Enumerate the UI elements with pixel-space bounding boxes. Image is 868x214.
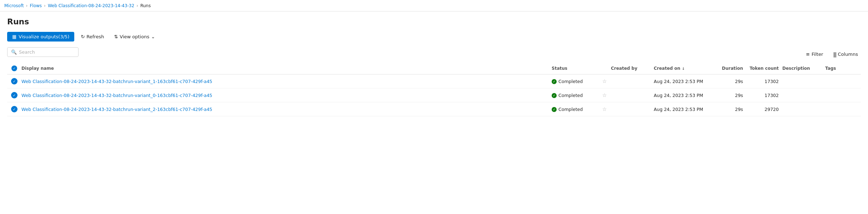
- row-1-created-on: Aug 24, 2023 2:53 PM: [654, 93, 714, 98]
- header-created-on[interactable]: Created on ↓: [654, 66, 714, 71]
- row-2-checkbox[interactable]: [11, 106, 17, 112]
- refresh-button[interactable]: ↻ Refresh: [77, 32, 107, 42]
- page-title: Runs: [7, 17, 861, 26]
- row-0-status-label: Completed: [558, 79, 583, 84]
- refresh-icon: ↻: [81, 34, 85, 39]
- toolbar: ▦ Visualize outputs(3/5) ↻ Refresh ⇅ Vie…: [7, 32, 861, 42]
- refresh-label: Refresh: [86, 34, 104, 39]
- row-0-created-on: Aug 24, 2023 2:53 PM: [654, 79, 714, 84]
- header-tags: Tags: [825, 66, 861, 71]
- columns-button[interactable]: ||| Columns: [830, 50, 861, 59]
- row-1-duration: 29s: [714, 93, 747, 98]
- visualize-outputs-label: Visualize outputs(3/5): [19, 34, 69, 39]
- row-1-star-icon[interactable]: ☆: [602, 92, 607, 98]
- row-2-token-value: 29720: [764, 107, 779, 112]
- row-2-created-on-value: Aug 24, 2023 2:53 PM: [654, 107, 703, 112]
- breadcrumb-sep-2: ›: [44, 3, 46, 8]
- row-1-checkbox[interactable]: [11, 92, 17, 98]
- row-2-status: Completed: [552, 106, 598, 112]
- row-2-token-count: 29720: [747, 107, 782, 112]
- row-2-star-icon[interactable]: ☆: [602, 106, 607, 112]
- row-1-fav[interactable]: ☆: [598, 92, 611, 98]
- header-description: Description: [782, 66, 825, 71]
- row-1-check[interactable]: [7, 92, 21, 98]
- row-1-token-count: 17302: [747, 93, 782, 98]
- row-0-name: Web Classification-08-24-2023-14-43-32-b…: [21, 79, 552, 84]
- filter-label: Filter: [812, 52, 823, 57]
- row-0-created-on-value: Aug 24, 2023 2:53 PM: [654, 79, 703, 84]
- row-0-checkbox[interactable]: [11, 78, 17, 84]
- row-1-status-label: Completed: [558, 93, 583, 98]
- runs-table: Display name Status Created by Created o…: [7, 63, 861, 116]
- search-icon: 🔍: [11, 49, 17, 55]
- view-options-button[interactable]: ⇅ View options ⌄: [110, 32, 159, 42]
- header-created-by: Created by: [611, 66, 654, 71]
- filter-button[interactable]: ≡ Filter: [803, 50, 826, 59]
- row-0-fav[interactable]: ☆: [598, 78, 611, 84]
- row-0-duration: 29s: [714, 79, 747, 84]
- row-2-duration: 29s: [714, 107, 747, 112]
- filter-icon: ≡: [806, 52, 810, 57]
- header-checkbox[interactable]: [11, 65, 17, 71]
- table-row: Web Classification-08-24-2023-14-43-32-b…: [7, 74, 861, 88]
- sort-desc-icon: ↓: [682, 67, 684, 70]
- row-1-status-icon: [552, 93, 557, 98]
- row-2-duration-value: 29s: [735, 107, 743, 112]
- row-1-name-link[interactable]: Web Classification-08-24-2023-14-43-32-b…: [21, 93, 547, 98]
- view-options-label: View options: [120, 34, 149, 39]
- breadcrumb-sep-3: ›: [136, 3, 138, 8]
- row-1-name: Web Classification-08-24-2023-14-43-32-b…: [21, 93, 552, 98]
- visualize-outputs-button[interactable]: ▦ Visualize outputs(3/5): [7, 32, 74, 42]
- search-box[interactable]: 🔍: [7, 47, 79, 57]
- row-1-token-value: 17302: [764, 93, 779, 98]
- header-token-count: Token count: [747, 66, 782, 71]
- row-0-token-count: 17302: [747, 79, 782, 84]
- breadcrumb-sep-1: ›: [26, 3, 28, 8]
- row-1-duration-value: 29s: [735, 93, 743, 98]
- chevron-down-icon: ⌄: [151, 34, 155, 39]
- table-row: Web Classification-08-24-2023-14-43-32-b…: [7, 88, 861, 102]
- breadcrumb-flows[interactable]: Flows: [30, 3, 42, 8]
- columns-icon: |||: [833, 52, 836, 57]
- visualize-icon: ▦: [12, 34, 16, 39]
- row-0-name-link[interactable]: Web Classification-08-24-2023-14-43-32-b…: [21, 79, 547, 84]
- row-1-status: Completed: [552, 92, 598, 98]
- search-input[interactable]: [19, 49, 75, 55]
- header-check-col[interactable]: [7, 65, 21, 71]
- breadcrumb-runs: Runs: [140, 3, 151, 8]
- table-row: Web Classification-08-24-2023-14-43-32-b…: [7, 102, 861, 116]
- header-display-name: Display name: [21, 66, 552, 71]
- row-2-name: Web Classification-08-24-2023-14-43-32-b…: [21, 107, 552, 112]
- row-2-status-label: Completed: [558, 107, 583, 112]
- row-1-created-on-value: Aug 24, 2023 2:53 PM: [654, 93, 703, 98]
- breadcrumb-flow-name[interactable]: Web Classification-08-24-2023-14-43-32: [48, 3, 134, 8]
- row-0-duration-value: 29s: [735, 79, 743, 84]
- row-0-status-icon: [552, 79, 557, 84]
- breadcrumb: Microsoft › Flows › Web Classification-0…: [0, 0, 868, 11]
- row-0-check[interactable]: [7, 78, 21, 84]
- columns-label: Columns: [838, 52, 858, 57]
- filter-columns-buttons: ≡ Filter ||| Columns: [803, 50, 861, 59]
- row-2-fav[interactable]: ☆: [598, 106, 611, 112]
- header-duration: Duration: [714, 66, 747, 71]
- row-0-status: Completed: [552, 78, 598, 84]
- view-options-icon: ⇅: [114, 34, 118, 39]
- breadcrumb-microsoft[interactable]: Microsoft: [4, 3, 24, 8]
- table-header: Display name Status Created by Created o…: [7, 63, 861, 74]
- row-0-star-icon[interactable]: ☆: [602, 78, 607, 84]
- table-toolbar: 🔍 ≡ Filter ||| Columns: [7, 47, 861, 61]
- row-0-token-value: 17302: [764, 79, 779, 84]
- main-content: Runs ▦ Visualize outputs(3/5) ↻ Refresh …: [0, 11, 868, 122]
- row-2-status-icon: [552, 107, 557, 112]
- row-2-created-on: Aug 24, 2023 2:53 PM: [654, 107, 714, 112]
- row-2-check[interactable]: [7, 106, 21, 112]
- header-status: Status: [552, 66, 598, 71]
- row-2-name-link[interactable]: Web Classification-08-24-2023-14-43-32-b…: [21, 107, 547, 112]
